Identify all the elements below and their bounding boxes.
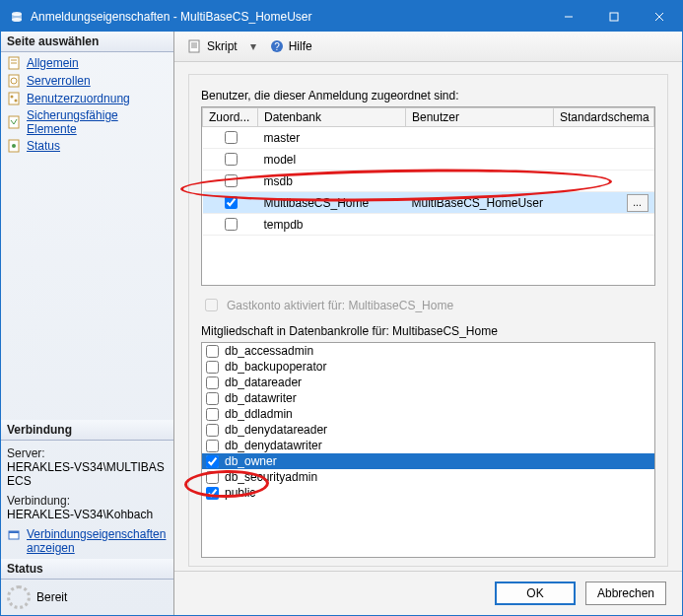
status-spinner-icon: [7, 585, 31, 609]
role-checkbox[interactable]: [206, 408, 219, 421]
cell-user: MultiBaseCS_HomeUser: [406, 192, 554, 214]
role-item[interactable]: db_accessadmin: [202, 343, 654, 359]
page-icon: [7, 138, 23, 154]
role-item[interactable]: db_denydatawriter: [202, 438, 654, 453]
svg-text:?: ?: [274, 41, 280, 52]
page-icon: [7, 73, 23, 89]
map-checkbox[interactable]: [225, 174, 238, 187]
dropdown-arrow-icon[interactable]: ▾: [248, 39, 258, 53]
connection-value: HERAKLES-VS34\Kohbach: [7, 508, 168, 521]
svg-point-2: [12, 18, 22, 22]
col-schema[interactable]: Standardschema: [554, 108, 654, 127]
map-checkbox[interactable]: [225, 131, 238, 144]
table-row[interactable]: model: [203, 149, 654, 171]
map-checkbox[interactable]: [225, 218, 238, 231]
col-map[interactable]: Zuord...: [203, 108, 258, 127]
toolbar: Skript ▾ ? Hilfe: [174, 32, 682, 62]
script-icon: [187, 38, 203, 54]
table-row[interactable]: master: [203, 127, 654, 149]
server-value: HERAKLES-VS34\MULTIBASECS: [7, 460, 168, 488]
role-item[interactable]: db_owner: [202, 453, 654, 469]
sidebar-item-serverrollen[interactable]: Serverrollen: [1, 72, 173, 90]
sidebar-item-status[interactable]: Status: [1, 137, 173, 155]
role-checkbox[interactable]: [206, 392, 219, 405]
svg-rect-4: [610, 13, 618, 21]
role-label: db_ddladmin: [225, 407, 293, 421]
cell-user: [406, 149, 554, 171]
sidebar-item-benutzerzuordnung[interactable]: Benutzerzuordnung: [1, 90, 173, 107]
connection-header: Verbindung: [1, 420, 173, 441]
svg-point-14: [15, 100, 18, 103]
cell-schema: [554, 149, 654, 171]
table-row[interactable]: tempdb: [203, 214, 654, 236]
svg-rect-20: [189, 40, 199, 52]
page-select-header: Seite auswählen: [1, 32, 173, 52]
role-item[interactable]: public: [202, 485, 654, 501]
table-row[interactable]: MultibaseCS_HomeMultiBaseCS_HomeUser...: [203, 192, 654, 214]
maximize-button[interactable]: [591, 1, 637, 32]
map-checkbox[interactable]: [225, 153, 238, 166]
col-user[interactable]: Benutzer: [406, 108, 554, 127]
cell-user: [406, 171, 554, 192]
connection-properties-link[interactable]: Verbindungseigenschaften anzeigen: [27, 527, 168, 555]
close-button[interactable]: [637, 1, 682, 32]
role-checkbox[interactable]: [206, 440, 219, 452]
left-panel: Seite auswählen AllgemeinServerrollenBen…: [1, 32, 174, 615]
role-label: db_datawriter: [225, 391, 297, 405]
page-icon: [7, 55, 23, 71]
role-label: public: [225, 486, 255, 500]
role-checkbox[interactable]: [206, 455, 219, 468]
connection-props-icon: [7, 527, 23, 543]
svg-rect-19: [9, 531, 19, 533]
roles-listbox[interactable]: db_accessadmindb_backupoperatordb_datare…: [201, 342, 655, 558]
server-label: Server:: [7, 446, 168, 460]
cell-user: [406, 127, 554, 149]
role-checkbox[interactable]: [206, 376, 219, 389]
cell-schema: [554, 214, 654, 236]
svg-point-17: [12, 144, 16, 148]
map-checkbox[interactable]: [225, 196, 238, 209]
role-item[interactable]: db_datareader: [202, 375, 654, 390]
role-label: db_securityadmin: [225, 470, 317, 484]
cell-database: master: [258, 127, 406, 149]
dialog-footer: OK Abbrechen: [174, 571, 682, 615]
sidebar-item-allgemein[interactable]: Allgemein: [1, 54, 173, 72]
role-checkbox[interactable]: [206, 424, 219, 437]
role-item[interactable]: db_denydatareader: [202, 422, 654, 438]
help-icon: ?: [269, 38, 285, 54]
cell-database: MultibaseCS_Home: [258, 192, 406, 214]
page-nav: AllgemeinServerrollenBenutzerzuordnungSi…: [1, 52, 173, 161]
sidebar-item-label: Benutzerzuordnung: [27, 92, 130, 105]
col-database[interactable]: Datenbank: [258, 108, 406, 127]
sidebar-item-label: Status: [27, 139, 60, 153]
cell-database: model: [258, 149, 406, 171]
role-checkbox[interactable]: [206, 345, 219, 358]
minimize-button[interactable]: [546, 1, 591, 32]
sidebar-item-sicherungsfähige-elemente[interactable]: Sicherungsfähige Elemente: [1, 107, 173, 137]
sidebar-item-label: Serverrollen: [27, 74, 91, 88]
window-title: Anmeldungseigenschaften - MultiBaseCS_Ho…: [31, 10, 546, 24]
role-item[interactable]: db_ddladmin: [202, 406, 654, 422]
role-label: db_denydatareader: [225, 423, 327, 437]
role-checkbox[interactable]: [206, 361, 219, 374]
help-button[interactable]: ? Hilfe: [262, 35, 319, 57]
role-item[interactable]: db_datawriter: [202, 390, 654, 406]
cancel-button[interactable]: Abbrechen: [585, 582, 666, 605]
table-row[interactable]: msdb: [203, 171, 654, 192]
role-checkbox[interactable]: [206, 487, 219, 500]
help-label: Hilfe: [289, 39, 312, 53]
role-label: db_owner: [225, 454, 277, 468]
cell-schema: ...: [554, 192, 654, 214]
cell-schema: [554, 171, 654, 192]
browse-schema-button[interactable]: ...: [627, 194, 649, 212]
role-checkbox[interactable]: [206, 471, 219, 484]
ok-button[interactable]: OK: [495, 582, 576, 605]
role-label: db_backupoperator: [225, 360, 326, 374]
db-mapping-grid[interactable]: Zuord... Datenbank Benutzer Standardsche…: [201, 106, 655, 286]
role-item[interactable]: db_securityadmin: [202, 469, 654, 485]
cell-user: [406, 214, 554, 236]
script-button[interactable]: Skript: [180, 35, 244, 57]
role-item[interactable]: db_backupoperator: [202, 359, 654, 375]
svg-point-13: [11, 96, 14, 99]
script-label: Skript: [207, 39, 238, 53]
